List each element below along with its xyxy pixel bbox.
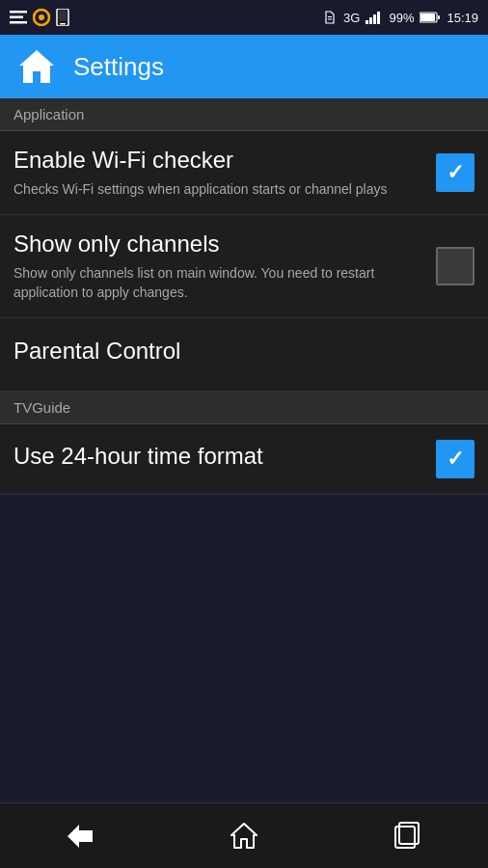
svg-rect-13 [377,12,380,24]
svg-rect-8 [328,16,332,17]
setting-item-parental-control[interactable]: Parental Control [0,318,488,392]
show-only-channels-title: Show only channels [14,231,424,258]
svg-marker-17 [19,50,54,83]
wifi-checker-checkbox[interactable]: ✓ [436,153,474,192]
content-area: Application Enable Wi-Fi checker Checks … [0,98,488,802]
bottom-nav [0,802,488,868]
svg-rect-15 [420,14,435,21]
parental-control-title: Parental Control [14,338,474,366]
setting-item-24hour[interactable]: Use 24-hour time format ✓ [0,424,488,495]
svg-rect-2 [10,21,27,24]
svg-rect-10 [366,20,368,24]
wifi-checker-desc: Checks Wi-Fi settings when application s… [14,180,424,200]
wifi-checker-title: Enable Wi-Fi checker [14,147,424,175]
svg-rect-7 [59,11,67,21]
section-header-tvguide: TVGuide [0,392,488,424]
svg-rect-9 [328,19,332,20]
svg-marker-19 [231,824,257,848]
24hour-title: Use 24-hour time format [14,443,424,471]
show-only-channels-checkbox[interactable] [436,247,474,285]
time: 15:19 [447,11,478,25]
svg-rect-1 [10,16,23,19]
svg-rect-12 [373,14,376,24]
status-left-icons [10,9,69,26]
header: Settings [0,35,488,98]
nav-recents-button[interactable] [368,812,446,860]
setting-item-show-only-channels[interactable]: Show only channels Show only channels li… [0,215,488,318]
svg-rect-0 [10,11,27,14]
setting-item-wifi-checker[interactable]: Enable Wi-Fi checker Checks Wi-Fi settin… [0,131,488,215]
status-bar: 3G 99% 15:19 [0,0,488,35]
battery-level: 99% [389,11,414,25]
show-only-channels-desc: Show only channels list on main window. … [14,264,424,302]
home-icon[interactable] [14,43,60,90]
nav-home-button[interactable] [205,812,283,860]
page-title: Settings [73,52,164,82]
status-right-info: 3G 99% 15:19 [322,10,478,25]
section-header-application: Application [0,98,488,131]
nav-back-button[interactable] [42,812,120,860]
svg-marker-18 [68,825,93,848]
24hour-checkbox[interactable]: ✓ [436,440,474,478]
svg-point-4 [39,14,44,20]
svg-rect-16 [438,15,440,19]
network-type: 3G [343,11,360,25]
svg-rect-6 [60,23,66,25]
svg-rect-11 [369,17,372,24]
